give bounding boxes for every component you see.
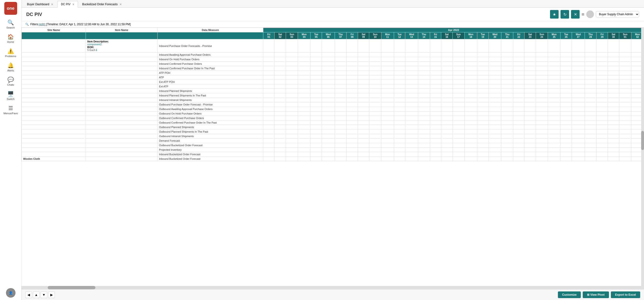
data-cell[interactable]	[488, 116, 501, 121]
data-cell[interactable]	[274, 57, 286, 62]
data-cell[interactable]	[596, 152, 608, 157]
data-cell[interactable]	[548, 66, 560, 71]
data-cell[interactable]	[286, 89, 298, 93]
data-cell[interactable]	[369, 75, 381, 80]
data-cell[interactable]	[430, 89, 441, 93]
data-cell[interactable]	[369, 148, 381, 152]
data-cell[interactable]	[310, 80, 322, 84]
data-cell[interactable]	[584, 107, 596, 111]
data-cell[interactable]	[263, 75, 274, 80]
sidebar-item-menus[interactable]: ☰ Menus/Favs	[0, 103, 21, 117]
data-cell[interactable]	[441, 111, 452, 116]
data-cell[interactable]	[322, 125, 335, 130]
data-cell[interactable]	[394, 53, 405, 57]
data-cell[interactable]	[358, 148, 369, 152]
data-cell[interactable]	[263, 116, 274, 121]
data-cell[interactable]	[452, 66, 464, 71]
data-cell[interactable]	[418, 130, 430, 134]
data-cell[interactable]	[381, 62, 394, 66]
data-cell[interactable]	[619, 102, 631, 107]
data-cell[interactable]	[501, 62, 513, 66]
data-cell[interactable]	[584, 116, 596, 121]
data-cell[interactable]	[298, 107, 310, 111]
data-cell[interactable]	[560, 62, 572, 66]
data-cell[interactable]	[560, 84, 572, 89]
data-cell[interactable]	[464, 75, 477, 80]
data-cell[interactable]	[608, 71, 619, 75]
data-cell[interactable]	[524, 75, 536, 80]
data-cell[interactable]	[346, 111, 358, 116]
data-cell[interactable]	[548, 134, 560, 139]
data-cell[interactable]	[441, 62, 452, 66]
data-cell[interactable]	[488, 93, 501, 98]
data-cell[interactable]	[394, 62, 405, 66]
data-cell[interactable]	[452, 107, 464, 111]
data-cell[interactable]	[405, 152, 418, 157]
data-cell[interactable]	[394, 66, 405, 71]
data-cell[interactable]	[369, 80, 381, 84]
data-cell[interactable]	[596, 125, 608, 130]
data-cell[interactable]	[560, 130, 572, 134]
data-cell[interactable]	[596, 71, 608, 75]
data-cell[interactable]	[619, 152, 631, 157]
data-cell[interactable]	[477, 62, 489, 66]
data-cell[interactable]	[335, 139, 346, 143]
data-cell[interactable]	[464, 57, 477, 62]
data-cell[interactable]	[536, 80, 548, 84]
data-cell[interactable]	[501, 98, 513, 102]
data-cell[interactable]	[608, 152, 619, 157]
data-cell[interactable]	[584, 71, 596, 75]
data-cell[interactable]	[596, 121, 608, 125]
data-cell[interactable]	[501, 75, 513, 80]
data-cell[interactable]	[488, 66, 501, 71]
data-cell[interactable]	[286, 71, 298, 75]
data-cell[interactable]	[405, 116, 418, 121]
data-cell[interactable]	[560, 98, 572, 102]
data-cell[interactable]	[369, 157, 381, 161]
data-cell[interactable]	[369, 143, 381, 148]
data-cell[interactable]	[464, 121, 477, 125]
data-cell[interactable]	[584, 84, 596, 89]
data-cell[interactable]	[274, 148, 286, 152]
data-cell[interactable]	[572, 102, 584, 107]
data-cell[interactable]	[572, 84, 584, 89]
data-cell[interactable]	[501, 148, 513, 152]
data-cell[interactable]	[608, 39, 619, 53]
data-cell[interactable]	[322, 107, 335, 111]
data-cell[interactable]	[596, 84, 608, 89]
data-cell[interactable]	[430, 84, 441, 89]
data-cell[interactable]	[584, 57, 596, 62]
data-cell[interactable]	[418, 93, 430, 98]
data-cell[interactable]	[477, 71, 489, 75]
data-cell[interactable]	[369, 116, 381, 121]
data-cell[interactable]	[274, 152, 286, 157]
data-cell[interactable]	[464, 53, 477, 57]
data-cell[interactable]	[335, 148, 346, 152]
data-cell[interactable]	[452, 139, 464, 143]
data-cell[interactable]	[405, 80, 418, 84]
data-cell[interactable]	[441, 148, 452, 152]
data-cell[interactable]	[488, 84, 501, 89]
data-cell[interactable]	[346, 89, 358, 93]
data-cell[interactable]	[464, 71, 477, 75]
data-cell[interactable]	[584, 62, 596, 66]
data-cell[interactable]	[358, 57, 369, 62]
data-cell[interactable]	[418, 71, 430, 75]
data-cell[interactable]	[346, 107, 358, 111]
data-cell[interactable]	[346, 134, 358, 139]
data-cell[interactable]	[369, 134, 381, 139]
data-cell[interactable]	[452, 102, 464, 107]
data-cell[interactable]	[548, 93, 560, 98]
data-cell[interactable]	[572, 62, 584, 66]
data-cell[interactable]	[584, 111, 596, 116]
data-cell[interactable]	[464, 130, 477, 134]
data-cell[interactable]	[452, 116, 464, 121]
data-cell[interactable]	[477, 93, 489, 98]
data-cell[interactable]	[608, 157, 619, 161]
data-cell[interactable]	[596, 93, 608, 98]
data-cell[interactable]	[322, 152, 335, 157]
data-cell[interactable]	[298, 71, 310, 75]
data-cell[interactable]	[358, 116, 369, 121]
data-cell[interactable]	[298, 121, 310, 125]
data-cell[interactable]	[310, 157, 322, 161]
